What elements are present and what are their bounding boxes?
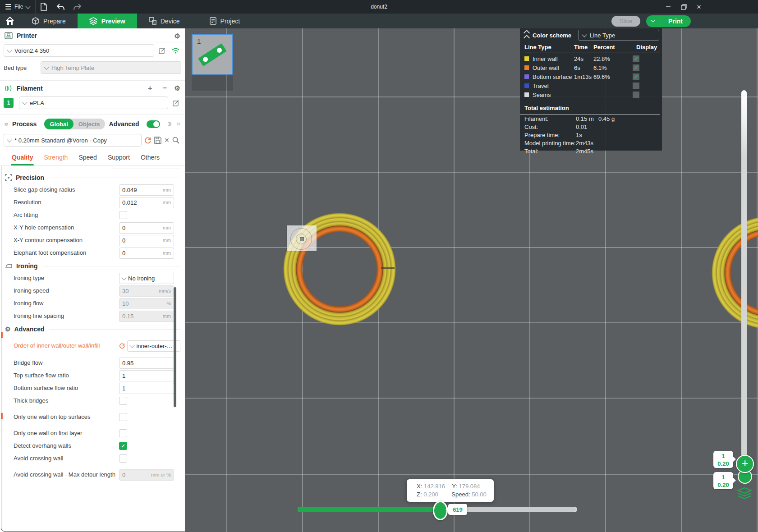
layers-view-button[interactable] (737, 487, 752, 500)
process-preset-select[interactable]: * 0.20mm Standard @Voron - Copy (4, 134, 142, 147)
one-wall-top-checkbox[interactable] (119, 413, 127, 421)
resolution-input[interactable]: 0.012mm (119, 197, 174, 208)
ironing-flow-input: 10% (119, 298, 174, 309)
tab-others[interactable]: Others (135, 154, 165, 165)
setting-label: Ironing line spacing (14, 312, 119, 320)
process-preset-name: * 0.20mm Standard @Voron - Copy (14, 137, 107, 144)
stat-label: Model printing time: (524, 140, 576, 147)
setting-row: Bottom surface flow ratio 1 (1, 382, 185, 394)
color-scheme-select[interactable]: Line Type (578, 30, 659, 41)
grid-line (185, 474, 758, 475)
parameter-list-icon[interactable] (168, 120, 171, 128)
tab-device[interactable]: Device (137, 14, 192, 28)
collapse-panel-icon[interactable] (524, 31, 529, 40)
ironing-type-select[interactable]: No ironing (119, 273, 174, 284)
stat-row: Prepare time: 1s (520, 131, 662, 139)
line-type-label: Inner wall (533, 55, 574, 62)
home-button[interactable] (0, 14, 20, 28)
device-icon (149, 17, 156, 25)
thick-bridges-checkbox[interactable] (119, 397, 127, 405)
tab-support[interactable]: Support (102, 154, 135, 165)
time-value: 24s (574, 55, 593, 62)
display-checkbox[interactable]: ✓ (633, 64, 639, 71)
line-type-label: Seams (533, 92, 574, 98)
printer-select[interactable]: Voron2.4 350 (4, 44, 154, 57)
filament-select[interactable]: ePLA (19, 96, 168, 109)
printer-settings-gear-icon[interactable]: ⚙ (175, 32, 180, 39)
tab-strength[interactable]: Strength (38, 154, 73, 165)
avoid-crossing-wall-checkbox[interactable] (119, 454, 127, 463)
add-filament-button[interactable]: + (145, 84, 156, 92)
bottom-flow-ratio-input[interactable]: 1 (119, 383, 174, 394)
search-preset-icon[interactable] (172, 137, 179, 144)
grid-line (185, 398, 758, 399)
scope-objects[interactable]: Objects (74, 121, 105, 128)
settings-scroll-area[interactable]: Precision Slice gap closing radius 0.049… (1, 166, 185, 532)
restore-button[interactable] (678, 1, 689, 13)
one-wall-first-layer-checkbox[interactable] (119, 429, 127, 437)
line-type-label: Outer wall (533, 64, 574, 71)
chevron-down-icon (44, 64, 49, 69)
setting-label: Resolution (14, 199, 119, 206)
check-icon: ✓ (121, 443, 125, 449)
settings-scrollbar[interactable] (174, 287, 176, 407)
display-checkbox[interactable]: ✓ (633, 55, 639, 62)
detect-overhang-checkbox[interactable]: ✓ (119, 442, 127, 450)
legend-row: Seams (524, 90, 660, 99)
reset-value-icon[interactable] (119, 343, 125, 349)
print-button-group[interactable]: Print (646, 15, 691, 27)
close-button[interactable]: ✕ (693, 1, 705, 13)
nozzle-dot (300, 237, 304, 241)
print-button[interactable]: Print (660, 15, 691, 27)
edit-filament-button[interactable] (171, 100, 181, 106)
top-flow-ratio-input[interactable]: 1 (119, 370, 174, 381)
xy-hole-comp-input[interactable]: 0mm (119, 222, 174, 234)
restore-icon (681, 4, 687, 10)
tab-speed[interactable]: Speed (73, 154, 102, 165)
elephant-foot-input[interactable]: 0mm (119, 248, 174, 259)
save-preset-icon[interactable] (154, 137, 161, 144)
wifi-connection-button[interactable] (170, 48, 181, 54)
reset-preset-icon[interactable] (144, 137, 152, 144)
wall-order-select[interactable]: inner-outer-… (127, 340, 180, 352)
bed-type-select[interactable]: High Temp Plate (41, 61, 181, 74)
scope-global[interactable]: Global (44, 119, 73, 129)
xy-contour-comp-input[interactable]: 0mm (119, 235, 174, 246)
setting-label: Ironing type (14, 275, 119, 282)
stat-row: Cost: 0.01 (520, 123, 662, 131)
undo-button[interactable] (52, 0, 69, 14)
save-project-button[interactable] (36, 0, 52, 14)
process-scope-toggle[interactable]: Global Objects (44, 119, 105, 129)
print-dropdown-button[interactable] (646, 15, 660, 27)
tab-quality[interactable]: Quality (6, 154, 38, 165)
minimize-button[interactable] (662, 1, 674, 13)
tab-prepare[interactable]: Prepare (20, 14, 78, 28)
display-checkbox[interactable] (633, 83, 639, 89)
move-slider-handle[interactable] (433, 501, 448, 520)
display-checkbox[interactable]: ✓ (633, 73, 639, 80)
tab-preview[interactable]: Preview (78, 14, 137, 28)
advanced-toggle[interactable] (147, 120, 160, 128)
slice-button[interactable]: Slice (611, 16, 640, 27)
redo-button[interactable] (69, 0, 86, 14)
setting-row: Only one wall on first layer (1, 427, 185, 440)
remove-filament-button[interactable]: − (160, 84, 170, 92)
setting-label: Only one wall on first layer (14, 430, 119, 437)
file-menu-button[interactable]: File (0, 0, 36, 14)
parameter-table-icon[interactable] (177, 120, 180, 128)
layer-slider-track[interactable] (741, 90, 747, 469)
slice-gap-input[interactable]: 0.049mm (119, 184, 174, 196)
arc-fitting-checkbox[interactable] (119, 211, 127, 219)
stat-label: Total: (524, 148, 576, 155)
delete-preset-icon[interactable]: ✕ (164, 137, 170, 144)
tab-project[interactable]: Project (198, 14, 252, 28)
move-slider-value-badge: 619 (448, 504, 467, 515)
chevron-down-icon (651, 18, 655, 22)
plate-thumbnail[interactable]: 1 (192, 34, 233, 75)
bridge-flow-input[interactable]: 0.95 (119, 358, 174, 369)
preview-viewport[interactable]: 1 Color scheme Line Type Line Type Time … (185, 28, 758, 532)
edit-printer-button[interactable] (157, 47, 167, 54)
display-checkbox[interactable] (633, 92, 639, 98)
layer-slider-upper-handle[interactable]: + (736, 455, 754, 473)
filament-settings-gear-icon[interactable]: ⚙ (175, 85, 180, 92)
